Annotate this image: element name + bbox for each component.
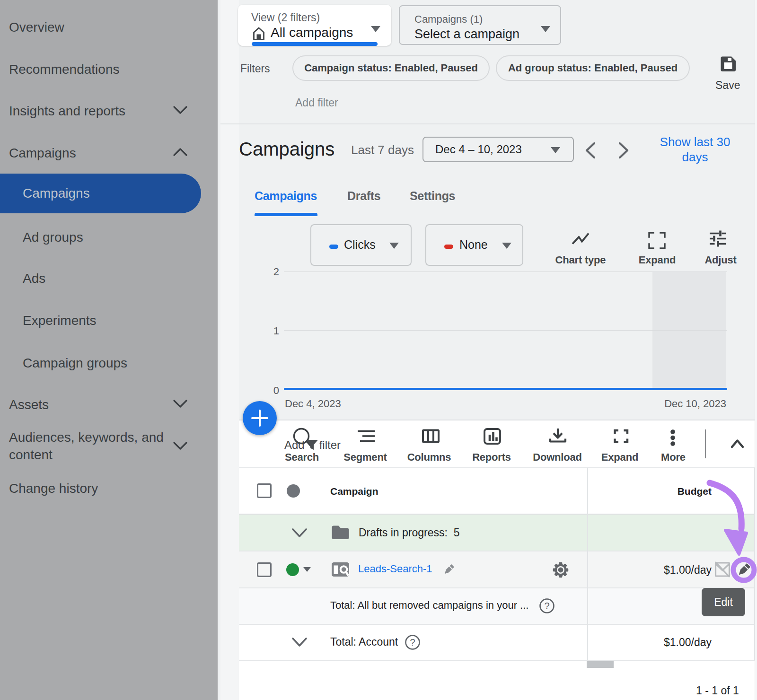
svg-text:?: ? <box>544 601 549 611</box>
svg-text:?: ? <box>410 637 415 648</box>
